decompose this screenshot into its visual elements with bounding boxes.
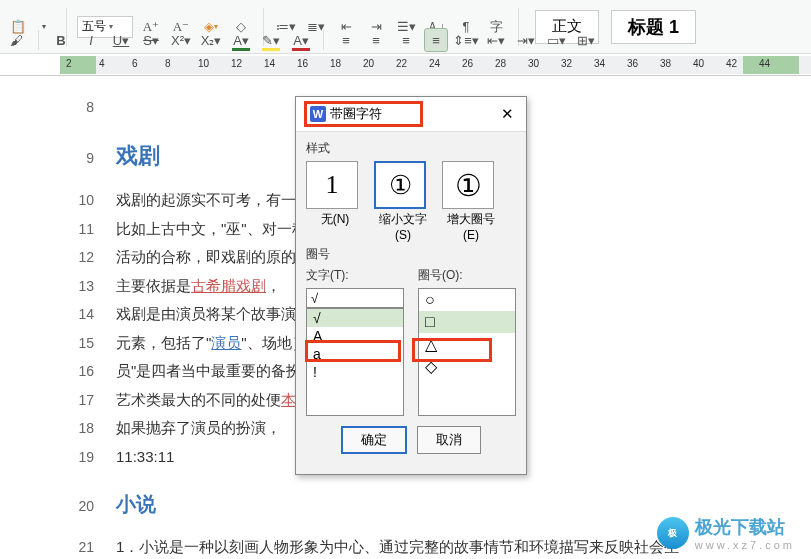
enclose-character-dialog: W 带圈字符 ✕ 样式 1无(N)①缩小文字(S)①增大圈号(E) 圈号 文字(… bbox=[295, 96, 527, 475]
style-option[interactable]: ①缩小文字(S) bbox=[374, 161, 432, 242]
ring-section-label: 圈号 bbox=[306, 246, 516, 263]
list-item[interactable]: ◇ bbox=[419, 355, 515, 377]
list-item[interactable]: a bbox=[307, 345, 403, 363]
style-preview: 1 bbox=[306, 161, 358, 209]
doc-line: 20小说 bbox=[72, 485, 734, 523]
italic-icon[interactable]: I bbox=[79, 28, 103, 52]
line-number: 20 bbox=[72, 493, 94, 520]
align-center-icon[interactable]: ≡ bbox=[364, 28, 388, 52]
text-input[interactable] bbox=[306, 288, 404, 308]
style-preview: ① bbox=[442, 161, 494, 209]
style-option[interactable]: ①增大圈号(E) bbox=[442, 161, 500, 242]
style-heading1[interactable]: 标题 1 bbox=[611, 10, 696, 44]
tab-icon[interactable]: ⊞▾ bbox=[574, 28, 598, 52]
underline-icon[interactable]: U▾ bbox=[109, 28, 133, 52]
wps-icon: W bbox=[310, 106, 326, 122]
line-number: 10 bbox=[72, 187, 94, 214]
close-button[interactable]: ✕ bbox=[497, 105, 518, 123]
line-text: 小说 bbox=[116, 485, 156, 523]
ring-list[interactable]: ○□△◇ bbox=[418, 288, 516, 416]
style-option[interactable]: 1无(N) bbox=[306, 161, 364, 242]
toolbar: 📋 ▾ 五号 ▾ A⁺ A⁻ ◈▾ ◇ ≔▾ ≣▾ ⇤ ⇥ ☰▾ Ａ↓ ¶ 字 … bbox=[0, 0, 811, 54]
list-item[interactable]: √ bbox=[307, 309, 403, 327]
line-number: 15 bbox=[72, 330, 94, 357]
line-text: 戏剧 bbox=[116, 135, 160, 177]
line-number: 19 bbox=[72, 444, 94, 471]
style-section-label: 样式 bbox=[306, 140, 516, 157]
text-label: 文字(T): bbox=[306, 267, 404, 284]
line-number: 21 bbox=[72, 534, 94, 559]
watermark-url: www.xz7.com bbox=[695, 539, 795, 551]
outdent-icon[interactable]: ⇤▾ bbox=[484, 28, 508, 52]
align-right-icon[interactable]: ≡ bbox=[394, 28, 418, 52]
watermark: 极 极光下载站 www.xz7.com bbox=[657, 515, 795, 551]
ok-button[interactable]: 确定 bbox=[341, 426, 407, 454]
strike-icon[interactable]: S▾ bbox=[139, 28, 163, 52]
bold-icon[interactable]: B bbox=[49, 28, 73, 52]
line-spacing-icon[interactable]: ⇕≡▾ bbox=[454, 28, 478, 52]
line-number: 9 bbox=[72, 145, 94, 172]
align-justify-icon[interactable]: ≡ bbox=[424, 28, 448, 52]
ring-label: 圈号(O): bbox=[418, 267, 516, 284]
superscript-icon[interactable]: X²▾ bbox=[169, 28, 193, 52]
line-text: 如果抛弃了演员的扮演， bbox=[116, 414, 281, 443]
border-icon[interactable]: ▭▾ bbox=[544, 28, 568, 52]
cancel-button[interactable]: 取消 bbox=[417, 426, 481, 454]
list-item[interactable]: □ bbox=[419, 311, 515, 333]
line-number: 11 bbox=[72, 216, 94, 243]
line-text: 主要依据是古希腊戏剧， bbox=[116, 272, 281, 301]
line-text: 11:33:11 bbox=[116, 443, 174, 472]
style-options: 1无(N)①缩小文字(S)①增大圈号(E) bbox=[306, 161, 516, 242]
ruler: 2468101214161820222426283032343638404244 bbox=[0, 56, 811, 76]
text-list[interactable]: √Aa! bbox=[306, 308, 404, 416]
style-caption: 增大圈号(E) bbox=[442, 211, 500, 242]
link[interactable]: 古希腊戏剧 bbox=[191, 277, 266, 294]
list-item[interactable]: △ bbox=[419, 333, 515, 355]
format-painter-icon[interactable]: 🖌 bbox=[4, 28, 28, 52]
list-item[interactable]: ○ bbox=[419, 289, 515, 311]
style-caption: 无(N) bbox=[306, 211, 364, 228]
style-caption: 缩小文字(S) bbox=[374, 211, 432, 242]
line-text: 1．小说是一种以刻画人物形象为中心、通过完整的故事情节和环境描写来反映社会生 bbox=[116, 533, 679, 559]
watermark-name: 极光下载站 bbox=[695, 515, 795, 539]
doc-line: 211．小说是一种以刻画人物形象为中心、通过完整的故事情节和环境描写来反映社会生 bbox=[72, 533, 734, 559]
line-number: 8 bbox=[72, 94, 94, 121]
list-item[interactable]: A bbox=[307, 327, 403, 345]
shading-icon[interactable]: A▾ bbox=[289, 28, 313, 52]
line-number: 12 bbox=[72, 244, 94, 271]
highlight-icon[interactable]: ✎▾ bbox=[259, 28, 283, 52]
line-number: 14 bbox=[72, 301, 94, 328]
line-number: 17 bbox=[72, 387, 94, 414]
dialog-title: W 带圈字符 bbox=[304, 101, 423, 127]
subscript-icon[interactable]: X₂▾ bbox=[199, 28, 223, 52]
indent-icon[interactable]: ⇥▾ bbox=[514, 28, 538, 52]
align-left-icon[interactable]: ≡ bbox=[334, 28, 358, 52]
link[interactable]: 本 bbox=[281, 391, 296, 408]
link[interactable]: 演员 bbox=[211, 334, 241, 351]
list-item[interactable]: ! bbox=[307, 363, 403, 381]
line-number: 18 bbox=[72, 415, 94, 442]
font-color-icon[interactable]: A▾ bbox=[229, 28, 253, 52]
line-number: 13 bbox=[72, 273, 94, 300]
watermark-icon: 极 bbox=[657, 517, 689, 549]
style-preview: ① bbox=[374, 161, 426, 209]
line-number: 16 bbox=[72, 358, 94, 385]
